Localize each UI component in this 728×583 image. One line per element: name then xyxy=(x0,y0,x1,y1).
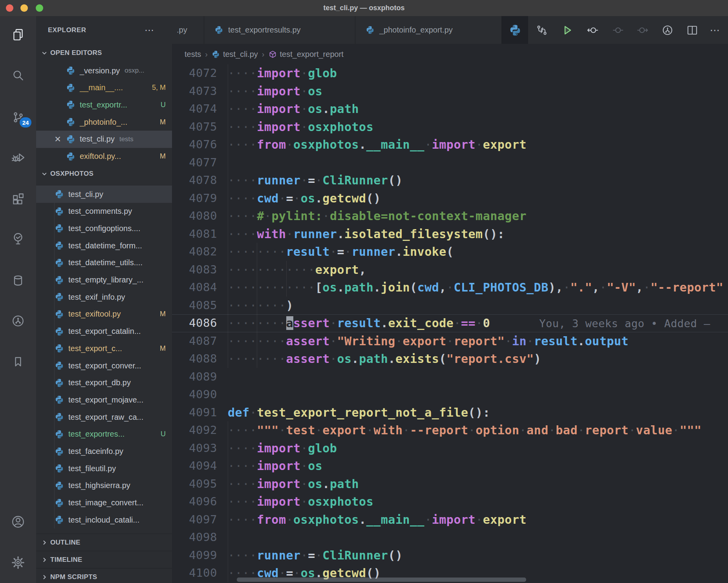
activity-item-run-debug[interactable] xyxy=(0,149,36,166)
line-content[interactable]: ············export, xyxy=(228,261,728,279)
tree-item-test_empty_library_[interactable]: test_empty_library_... xyxy=(36,271,172,289)
line-content[interactable]: ····cwd·=·os.getcwd() xyxy=(228,189,728,208)
tree-item-test_exportres[interactable]: test_exportres...U xyxy=(36,426,172,443)
line-content[interactable] xyxy=(228,386,728,404)
python-interpreter-button[interactable] xyxy=(502,16,528,44)
activity-item-todo-tree[interactable] xyxy=(0,230,36,248)
tree-item-test_commentspy[interactable]: test_comments.py xyxy=(36,203,172,220)
breadcrumb-item-test_clipy[interactable]: test_cli.py xyxy=(212,50,258,59)
tree-item-test_image_convert[interactable]: test_image_convert... xyxy=(36,494,172,512)
line-number[interactable]: 4098 xyxy=(172,528,228,547)
section-npm-scripts[interactable]: NPM SCRIPTS xyxy=(36,568,172,583)
line-content[interactable]: ····runner·=·CliRunner() xyxy=(228,171,728,189)
line-content[interactable]: ····import·os.path xyxy=(228,475,728,493)
activity-item-gitlens[interactable] xyxy=(0,312,36,330)
section-osxphotos[interactable]: OSXPHOTOS xyxy=(36,165,172,182)
line-number[interactable]: 4100 xyxy=(172,564,228,582)
section-open-editors[interactable]: OPEN EDITORS xyxy=(36,44,172,62)
more-actions-icon[interactable]: ⋯ xyxy=(145,25,155,36)
activity-item-database[interactable] xyxy=(0,272,36,289)
more-actions-button[interactable]: ⋯ xyxy=(709,24,722,36)
line-number[interactable]: 4080 xyxy=(172,207,228,225)
run-button[interactable] xyxy=(561,24,574,36)
line-content[interactable]: ····import·osxphotos xyxy=(228,118,728,136)
line-number[interactable]: 4084 xyxy=(172,279,228,297)
line-number[interactable]: 4087 xyxy=(172,332,228,350)
tree-item-test_exiftoolpy[interactable]: test_exiftool.pyM xyxy=(36,306,172,323)
line-content[interactable]: ········result·=·runner.invoke( xyxy=(228,243,728,261)
line-content[interactable]: ····from·osxphotos.__main__·import·expor… xyxy=(228,511,728,529)
line-number[interactable]: 4074 xyxy=(172,100,228,118)
close-icon[interactable]: ✕ xyxy=(53,135,63,144)
tab-py[interactable]: .py xyxy=(172,16,204,44)
horizontal-scrollbar[interactable] xyxy=(237,578,526,582)
tree-item-test_faceinfopy[interactable]: test_faceinfo.py xyxy=(36,443,172,460)
open-editor-_photoinfo_[interactable]: _photoinfo_...M xyxy=(36,113,172,131)
line-number[interactable]: 4097 xyxy=(172,511,228,529)
open-editor-exiftoolpy[interactable]: exiftool.py...M xyxy=(36,148,172,165)
tab-test_exportresultspy[interactable]: test_exportresults.py xyxy=(204,16,355,44)
line-number[interactable]: 4088 xyxy=(172,350,228,368)
tree-item-test_export_mojave[interactable]: test_export_mojave... xyxy=(36,391,172,408)
line-number[interactable]: 4073 xyxy=(172,82,228,100)
line-number[interactable]: 4078 xyxy=(172,171,228,189)
line-content[interactable]: ····import·glob xyxy=(228,64,728,82)
line-number[interactable]: 4093 xyxy=(172,439,228,457)
open-editor-test_clipy[interactable]: ✕test_cli.pytests xyxy=(36,131,172,148)
tree-item-test_export_catalin[interactable]: test_export_catalin... xyxy=(36,323,172,340)
line-content[interactable]: ····import·glob xyxy=(228,439,728,457)
line-number[interactable]: 4099 xyxy=(172,547,228,565)
line-number[interactable]: 4077 xyxy=(172,154,228,172)
open-editor-__main__[interactable]: __main__....5, M xyxy=(36,79,172,97)
activity-item-settings[interactable] xyxy=(0,554,36,571)
line-number[interactable]: 4072 xyxy=(172,64,228,82)
split-editor-button[interactable] xyxy=(686,24,699,36)
line-content[interactable]: ····import·os.path xyxy=(228,100,728,118)
line-number[interactable]: 4092 xyxy=(172,421,228,439)
line-number[interactable]: 4089 xyxy=(172,368,228,386)
line-number[interactable]: 4082 xyxy=(172,243,228,261)
line-content[interactable]: ········assert·os.path.exists("report.cs… xyxy=(228,350,728,368)
line-number[interactable]: 4094 xyxy=(172,457,228,475)
tree-item-test_fileutilpy[interactable]: test_fileutil.py xyxy=(36,460,172,477)
line-content[interactable]: ····from·osxphotos.__main__·import·expor… xyxy=(228,136,728,154)
tab-_photoinfo_exportpy[interactable]: _photoinfo_export.py xyxy=(355,16,502,44)
tree-item-test_export_c[interactable]: test_export_c...M xyxy=(36,340,172,357)
line-content[interactable]: ············[os.path.join(cwd,·CLI_PHOTO… xyxy=(228,279,728,297)
activity-item-source-control[interactable]: 24 xyxy=(0,109,36,126)
tree-item-test_datetime_form[interactable]: test_datetime_form... xyxy=(36,237,172,254)
line-number[interactable]: 4096 xyxy=(172,493,228,511)
activity-item-extensions[interactable] xyxy=(0,191,36,208)
activity-item-bookmarks[interactable] xyxy=(0,353,36,370)
section-timeline[interactable]: TIMELINE xyxy=(36,551,172,568)
tree-item-test_export_dbpy[interactable]: test_export_db.py xyxy=(36,374,172,392)
tree-item-test_exif_infopy[interactable]: test_exif_info.py xyxy=(36,288,172,306)
line-number[interactable]: 4079 xyxy=(172,189,228,208)
open-editor-_versionpy[interactable]: _version.pyosxp... xyxy=(36,62,172,79)
activity-item-explorer[interactable] xyxy=(0,26,36,44)
tree-item-test_incloud_catali[interactable]: test_incloud_catali... xyxy=(36,511,172,528)
line-content[interactable]: def·test_export_report_not_a_file(): xyxy=(228,404,728,422)
tree-item-test_export_raw_ca[interactable]: test_export_raw_ca... xyxy=(36,408,172,426)
line-number[interactable]: 4075 xyxy=(172,118,228,136)
open-changes-button[interactable] xyxy=(536,24,548,36)
breadcrumb-item-test_export_report[interactable]: test_export_report xyxy=(269,50,344,59)
line-number[interactable]: 4081 xyxy=(172,225,228,243)
line-number[interactable]: 4095 xyxy=(172,475,228,493)
tree-item-test_export_conver[interactable]: test_export_conver... xyxy=(36,357,172,374)
line-content[interactable]: ····with·runner.isolated_filesystem(): xyxy=(228,225,728,243)
line-content[interactable]: ····runner·=·CliRunner() xyxy=(228,547,728,565)
tree-item-test_configoptions[interactable]: test_configoptions.... xyxy=(36,220,172,237)
activity-item-search[interactable] xyxy=(0,67,36,84)
breadcrumb-item-tests[interactable]: tests xyxy=(185,50,201,59)
open-editor-test_exportr[interactable]: test_exportr...U xyxy=(36,96,172,113)
line-content[interactable]: ····import·osxphotos xyxy=(228,493,728,511)
line-content[interactable]: ········assert·"Writing·export·report"·i… xyxy=(228,332,728,350)
line-number[interactable]: 4086 xyxy=(172,314,228,332)
line-number[interactable]: 4085 xyxy=(172,297,228,315)
tree-item-test_clipy[interactable]: test_cli.py xyxy=(36,186,172,203)
line-number[interactable]: 4090 xyxy=(172,386,228,404)
line-content[interactable] xyxy=(228,154,728,172)
line-content[interactable] xyxy=(228,368,728,386)
line-content[interactable] xyxy=(228,528,728,547)
